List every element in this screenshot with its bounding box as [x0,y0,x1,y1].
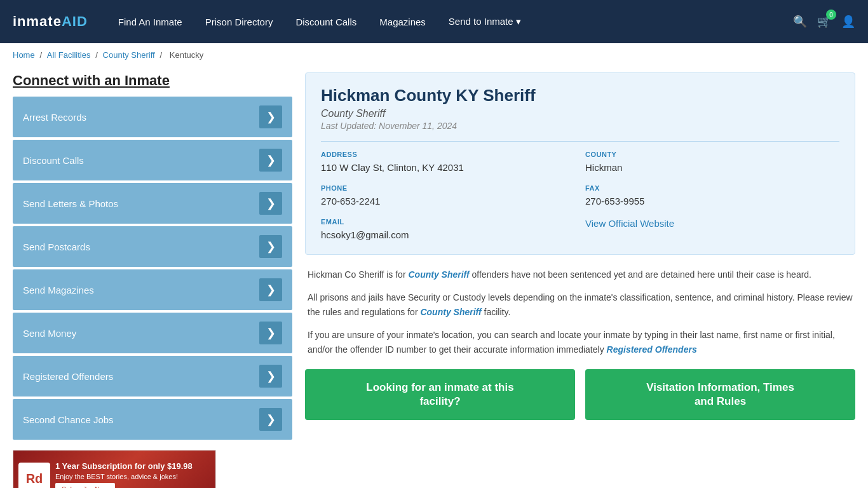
breadcrumb: Home / All Facilities / County Sheriff /… [13,50,206,60]
desc-para-3: If you are unsure of your inmate's locat… [308,328,853,356]
detail-phone: PHONE 270-653-2241 [321,184,575,208]
registered-offenders-link[interactable]: Registered Offenders [607,344,697,355]
facility-type: County Sheriff [321,108,839,119]
sidebar-item-label: Send Magazines [23,285,94,295]
sidebar: Connect with an Inmate Arrest Records ❯ … [13,72,292,488]
nav-prison-directory[interactable]: Prison Directory [194,17,285,27]
cart-icon[interactable]: 🛒 0 [817,15,831,29]
fax-label: FAX [585,184,839,192]
visitation-info-button[interactable]: Visitation Information, Times and Rules [585,369,855,420]
detail-email: EMAIL hcsoky1@gmail.com [321,218,575,241]
sidebar-item-label: Second Chance Jobs [23,414,114,425]
sidebar-item-arrest-records[interactable]: Arrest Records ❯ [13,97,292,137]
ad-subtitle: Enjoy the BEST stories, advice & jokes! [55,473,193,480]
header-icons: 🔍 🛒 0 👤 [793,15,855,29]
facility-details: ADDRESS 110 W Clay St, Clinton, KY 42031… [321,141,839,241]
detail-website: View Official Website [585,218,839,241]
sidebar-item-send-magazines[interactable]: Send Magazines ❯ [13,269,292,310]
detail-address: ADDRESS 110 W Clay St, Clinton, KY 42031 [321,151,575,174]
fax-value: 270-653-9955 [585,194,839,208]
address-value: 110 W Clay St, Clinton, KY 42031 [321,161,575,174]
sidebar-item-registered-offenders[interactable]: Registered Offenders ❯ [13,356,292,396]
desc-para-1: Hickman Co Sheriff is for County Sheriff… [308,268,853,281]
sidebar-item-send-postcards[interactable]: Send Postcards ❯ [13,226,292,267]
rd-logo: Rd [18,463,50,488]
arrow-icon: ❯ [259,235,282,258]
breadcrumb-all-facilities[interactable]: All Facilities [47,50,91,60]
ad-banner[interactable]: Rd 1 Year Subscription for only $19.98 E… [13,450,216,488]
sidebar-item-send-money[interactable]: Send Money ❯ [13,313,292,353]
arrow-icon: ❯ [259,149,282,172]
facility-updated: Last Updated: November 11, 2024 [321,121,839,131]
phone-value: 270-653-2241 [321,194,575,208]
phone-label: PHONE [321,184,575,192]
arrow-icon: ❯ [259,105,282,128]
ad-title: 1 Year Subscription for only $19.98 [55,461,193,471]
email-value: hcsoky1@gmail.com [321,228,575,241]
sidebar-item-send-letters-photos[interactable]: Send Letters & Photos ❯ [13,183,292,224]
main-nav: Find An Inmate Prison Directory Discount… [107,16,793,27]
header: inmateAID Find An Inmate Prison Director… [0,0,868,43]
logo[interactable]: inmateAID [13,13,88,30]
main-content: Hickman County KY Sheriff County Sheriff… [305,72,855,488]
description: Hickman Co Sheriff is for County Sheriff… [305,268,855,356]
sidebar-title: Connect with an Inmate [13,72,292,89]
ad-text: 1 Year Subscription for only $19.98 Enjo… [55,461,193,488]
nav-magazines[interactable]: Magazines [368,17,437,27]
arrow-icon: ❯ [259,322,282,344]
arrow-icon: ❯ [259,365,282,388]
nav-send-to-inmate[interactable]: Send to Inmate ▾ [437,16,532,27]
sidebar-item-label: Registered Offenders [23,371,113,382]
arrow-icon: ❯ [259,408,282,431]
county-sheriff-highlight-1[interactable]: County Sheriff [408,269,469,280]
facility-card: Hickman County KY Sheriff County Sheriff… [305,72,855,255]
main-container: Connect with an Inmate Arrest Records ❯ … [0,66,868,488]
sidebar-item-second-chance-jobs[interactable]: Second Chance Jobs ❯ [13,399,292,440]
county-sheriff-highlight-2[interactable]: County Sheriff [420,307,481,317]
sidebar-menu: Arrest Records ❯ Discount Calls ❯ Send L… [13,97,292,440]
facility-name: Hickman County KY Sheriff [321,86,839,105]
ad-subscribe-button[interactable]: Subscribe Now [55,483,115,488]
view-official-website-link[interactable]: View Official Website [585,218,674,229]
sidebar-item-label: Send Postcards [23,241,90,252]
looking-for-inmate-button[interactable]: Looking for an inmate at this facility? [305,369,575,420]
desc-para-2: All prisons and jails have Security or C… [308,290,853,319]
sidebar-item-discount-calls[interactable]: Discount Calls ❯ [13,140,292,180]
county-value: Hickman [585,161,839,174]
nav-find-inmate[interactable]: Find An Inmate [107,17,194,27]
arrow-icon: ❯ [259,278,282,301]
sidebar-item-label: Discount Calls [23,155,84,166]
detail-county: COUNTY Hickman [585,151,839,174]
county-label: COUNTY [585,151,839,158]
nav-discount-calls[interactable]: Discount Calls [284,17,368,27]
sidebar-item-label: Send Letters & Photos [23,198,118,209]
user-icon[interactable]: 👤 [841,15,855,29]
ad-inner: Rd 1 Year Subscription for only $19.98 E… [13,451,215,488]
breadcrumb-state: Kentucky [170,50,203,60]
cta-row: Looking for an inmate at this facility? … [305,369,855,420]
sidebar-item-label: Send Money [23,328,76,339]
sidebar-item-label: Arrest Records [23,112,86,123]
breadcrumb-home[interactable]: Home [13,50,35,60]
cart-badge: 0 [826,10,836,20]
search-icon[interactable]: 🔍 [793,15,807,29]
logo-text: inmateAID [13,13,88,30]
address-label: ADDRESS [321,151,575,158]
email-label: EMAIL [321,218,575,226]
breadcrumb-bar: Home / All Facilities / County Sheriff /… [0,43,868,66]
arrow-icon: ❯ [259,192,282,215]
detail-fax: FAX 270-653-9955 [585,184,839,208]
breadcrumb-county-sheriff[interactable]: County Sheriff [103,50,155,60]
